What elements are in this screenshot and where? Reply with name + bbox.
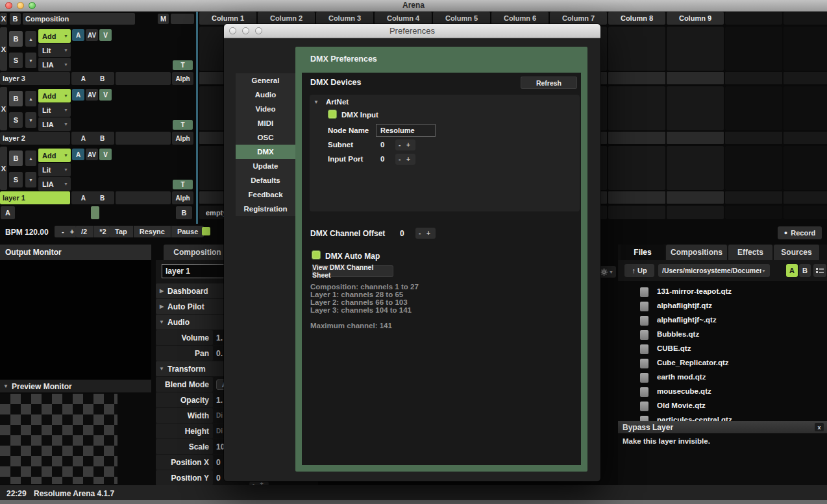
section-triangle-icon[interactable]: ▶ — [156, 288, 167, 294]
composition-x-button[interactable]: X — [0, 13, 7, 25]
column-header[interactable]: Column 6 — [491, 12, 549, 25]
crossfader-cell[interactable] — [725, 206, 782, 219]
crossfader-handle[interactable] — [91, 206, 99, 219]
layer-target-v-button[interactable]: V — [99, 29, 112, 41]
crossfader-a-button[interactable]: A — [1, 206, 15, 219]
column-header[interactable]: Column 1 — [199, 12, 256, 25]
column-header[interactable] — [725, 12, 782, 25]
tab-compositions[interactable]: Compositions — [666, 245, 727, 260]
prefs-tab-defaults[interactable]: Defaults — [236, 173, 295, 187]
layer-down-button[interactable]: ▼ — [25, 112, 36, 128]
resync-button[interactable]: Resync — [134, 226, 171, 237]
layer-target-av-button[interactable]: AV — [86, 89, 98, 101]
column-header[interactable]: Column 9 — [667, 12, 724, 25]
zoom-window-icon[interactable] — [29, 2, 36, 9]
layer-target-av-button[interactable]: AV — [86, 29, 98, 41]
prefs-tab-registration[interactable]: Registration — [236, 202, 295, 216]
crossfader-cell[interactable] — [667, 206, 724, 219]
clip-cell[interactable] — [608, 146, 665, 190]
bpm-divide-multiply[interactable]: /2 *2 — [75, 226, 112, 237]
layer-up-button[interactable]: ▲ — [25, 150, 36, 166]
master-button[interactable]: M — [158, 14, 169, 24]
column-header[interactable]: Column 4 — [375, 12, 432, 25]
clip-cell[interactable] — [784, 146, 827, 190]
refresh-button[interactable]: Refresh — [521, 77, 577, 89]
layer-solo-button[interactable]: S — [9, 172, 23, 187]
prefs-tab-feedback[interactable]: Feedback — [236, 187, 295, 202]
layer-blend-dropdown[interactable]: LIA▼ — [38, 117, 71, 131]
channel-offset-value[interactable]: 0 — [400, 229, 404, 238]
list-item[interactable]: alphaflightjf~.qtz — [618, 314, 827, 328]
layer-thumb-button[interactable]: T — [173, 60, 193, 70]
layer-down-button[interactable]: ▼ — [25, 172, 36, 187]
layer-thumb-button[interactable]: T — [173, 180, 193, 189]
clip-cell[interactable] — [667, 86, 724, 130]
list-item[interactable]: earth mod.qtz — [618, 371, 827, 385]
minimize-window-icon[interactable] — [242, 27, 249, 34]
layer-blend-dropdown[interactable]: LIA▼ — [38, 58, 71, 71]
channel-offset-stepper[interactable]: - + — [415, 228, 436, 239]
layer-target-a-button[interactable]: A — [72, 89, 84, 101]
tab-files[interactable]: Files — [621, 245, 665, 260]
layer-blend-dropdown[interactable]: LIA▼ — [38, 177, 71, 191]
section-triangle-icon[interactable]: ▼ — [156, 319, 167, 325]
list-item[interactable]: Bubbles.qtz — [618, 328, 827, 342]
clip-cell[interactable] — [608, 27, 665, 71]
deck-b-filter-button[interactable]: B — [799, 264, 811, 277]
layer-thumb-button[interactable]: T — [173, 120, 193, 130]
prefs-tab-dmx[interactable]: DMX — [236, 145, 295, 159]
list-view-button[interactable] — [813, 264, 826, 277]
prefs-tab-update[interactable]: Update — [236, 159, 295, 173]
clip-name-strip[interactable] — [608, 72, 665, 84]
subnet-value[interactable]: 0 — [380, 141, 384, 149]
clip-name-strip[interactable] — [725, 191, 782, 204]
bpm-half-button[interactable]: /2 — [75, 226, 93, 237]
layer-blend-dropdown[interactable]: Lit▼ — [38, 103, 71, 117]
close-icon[interactable]: x — [815, 423, 824, 431]
prefs-tab-general[interactable]: General — [236, 73, 295, 88]
clip-cell[interactable] — [725, 27, 782, 71]
layer-bypass-button[interactable]: B — [9, 150, 23, 166]
section-triangle-icon[interactable]: ▶ — [156, 304, 167, 309]
layer-target-a-button[interactable]: A — [72, 149, 84, 160]
layer-solo-button[interactable]: S — [9, 53, 23, 68]
layer-alpha-cell[interactable]: Alph — [172, 72, 193, 85]
clip-cell[interactable] — [784, 86, 827, 130]
up-button[interactable]: ↑ Up — [624, 264, 654, 277]
column-header[interactable]: Column 3 — [316, 12, 373, 25]
list-item[interactable]: CUBE.qtz — [618, 342, 827, 357]
layer-target-av-button[interactable]: AV — [86, 149, 98, 160]
layer-blend-dropdown[interactable]: Add▼ — [38, 89, 71, 102]
bpm-value[interactable]: 120.00 — [25, 228, 49, 237]
tab-sources[interactable]: Sources — [774, 245, 819, 260]
clip-name-strip[interactable] — [608, 132, 665, 144]
record-button[interactable]: ● Record — [778, 226, 822, 239]
tab-effects[interactable]: Effects — [728, 245, 772, 260]
clip-cell[interactable] — [667, 27, 724, 71]
crossfader-track[interactable] — [17, 206, 175, 219]
column-header[interactable] — [784, 12, 827, 25]
preview-monitor-header[interactable]: ▼ Preview Monitor — [0, 380, 151, 392]
layer-x-button[interactable]: X — [0, 147, 7, 190]
layer-ab-cell[interactable]: AB — [71, 72, 114, 85]
artnet-collapse-icon[interactable]: ▼ — [314, 99, 319, 105]
view-dmx-channel-sheet-button[interactable]: View DMX Channel Sheet — [312, 265, 393, 277]
dmx-input-checkbox[interactable] — [328, 110, 337, 119]
pause-button[interactable]: Pause — [171, 226, 204, 237]
layer-target-v-button[interactable]: V — [99, 89, 112, 101]
subnet-stepper[interactable]: - + — [395, 139, 415, 150]
column-header[interactable]: Column 5 — [433, 12, 490, 25]
path-dropdown[interactable]: /Users/microsysteme/Documents/quarksco..… — [658, 264, 770, 277]
layer-x-button[interactable]: X — [0, 27, 7, 71]
prefs-tab-video[interactable]: Video — [236, 102, 295, 116]
clip-name-strip[interactable] — [784, 191, 827, 204]
clip-cell[interactable] — [608, 86, 665, 130]
bpm-transport[interactable]: Tap Resync Pause — [109, 226, 204, 237]
prefs-tab-osc[interactable]: OSC — [236, 130, 295, 145]
composition-bypass-button[interactable]: B — [10, 13, 21, 25]
section-triangle-icon[interactable]: ▼ — [156, 366, 167, 372]
layer-name[interactable]: layer 1 — [0, 191, 70, 204]
layer-target-v-button[interactable]: V — [99, 149, 112, 160]
input-port-stepper[interactable]: - + — [395, 154, 415, 165]
dmx-auto-map-checkbox[interactable] — [312, 250, 321, 259]
